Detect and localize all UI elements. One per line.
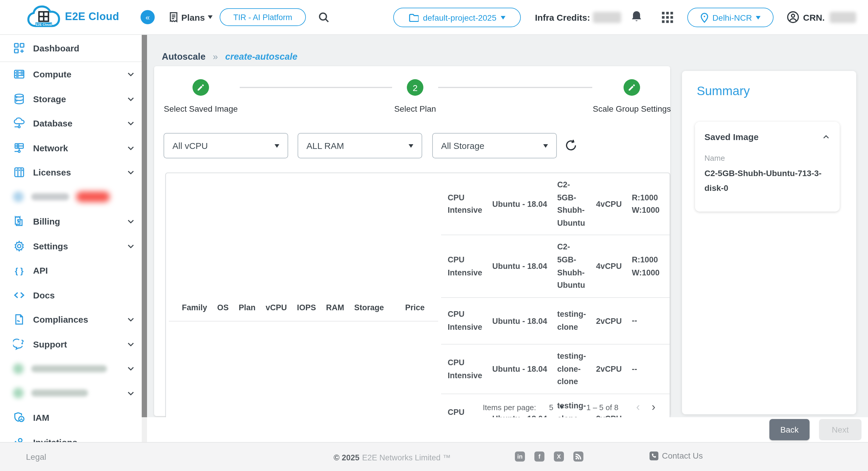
sidebar-item-compute[interactable]: Compute	[0, 62, 147, 87]
refresh-icon[interactable]	[564, 138, 578, 152]
app-root: E2E Cloud E2E Cloud « Plans TIR - AI Pla…	[0, 0, 868, 471]
column-header-ram: RAM	[319, 295, 348, 321]
sidebar-item-compliances[interactable]: Compliances	[0, 307, 147, 332]
collapse-glyph: «	[146, 13, 150, 22]
step-1-saved-image[interactable]	[192, 79, 209, 96]
sidebar-item-support[interactable]: Support	[0, 332, 147, 356]
redacted-label	[31, 365, 107, 372]
sidebar-item-redacted[interactable]	[0, 185, 147, 209]
saved-image-section-title: Saved Image	[705, 132, 758, 142]
apps-grid-icon[interactable]	[662, 12, 673, 23]
redacted-badge	[76, 192, 110, 202]
legal-link[interactable]: Legal	[26, 452, 46, 462]
account-icon[interactable]	[786, 11, 800, 24]
column-header-actions	[428, 295, 438, 321]
sidebar-item-label: Compliances	[33, 315, 88, 325]
storage-filter-select[interactable]: All Storage	[432, 133, 557, 158]
breadcrumb-separator: »	[213, 51, 218, 61]
plan-cell: testing-clone-clone	[551, 345, 590, 394]
sidebar-item-redacted[interactable]	[0, 381, 147, 405]
sidebar-item-redacted[interactable]	[0, 356, 147, 381]
project-selector[interactable]: default-project-2025	[393, 8, 521, 27]
chevron-down-icon	[126, 242, 135, 251]
network-icon	[13, 142, 25, 154]
x-twitter-icon[interactable]: X	[554, 451, 564, 462]
sidebar-item-storage[interactable]: Storage	[0, 87, 147, 111]
step-connector	[240, 87, 392, 88]
region-caret-icon	[756, 16, 761, 19]
sidebar-item-settings[interactable]: Settings	[0, 234, 147, 258]
vcpu-cell: 2vCPU	[590, 298, 625, 345]
sidebar-scrollbar[interactable]	[142, 35, 147, 442]
sidebar-item-dashboard[interactable]: Dashboard	[0, 35, 147, 61]
notifications-bell-icon[interactable]	[631, 10, 643, 24]
redacted-label	[31, 194, 69, 201]
plans-menu[interactable]: Plans	[168, 11, 213, 23]
chevron-down-icon	[126, 340, 135, 349]
table-row: CPU Intensive Ubuntu - 18.04 testing-clo…	[441, 345, 670, 394]
ram-cell: 222 GB	[663, 298, 670, 345]
storage-icon	[13, 93, 25, 105]
name-label: Name	[705, 154, 830, 163]
project-name: default-project-2025	[423, 13, 496, 22]
billing-icon	[13, 215, 25, 228]
licenses-icon	[13, 166, 25, 179]
vcpu-filter-select[interactable]: All vCPU	[163, 133, 288, 158]
contact-us-link[interactable]: Contact Us	[650, 451, 703, 460]
sidebar-item-iam[interactable]: IAM	[0, 405, 147, 430]
e2e-cloud-logo-icon: E2E Cloud	[26, 4, 62, 31]
plan-cell: C2-5GB-Shubh-Ubuntu	[551, 235, 590, 298]
page-size-caret-icon[interactable]	[559, 405, 564, 409]
summary-title: Summary	[697, 84, 750, 98]
tir-label: TIR - AI Platform	[233, 13, 292, 22]
family-cell: CPU Intensive	[441, 173, 486, 235]
sidebar-scrollbar-thumb[interactable]	[142, 35, 147, 417]
page-size-value[interactable]: 5	[549, 403, 553, 412]
tir-ai-platform-button[interactable]: TIR - AI Platform	[220, 8, 306, 26]
column-header-family: Family	[169, 295, 211, 321]
step-3-scale-group-settings[interactable]	[624, 79, 640, 96]
breadcrumb: Autoscale » create-autoscale	[162, 51, 297, 62]
select-caret-icon	[543, 144, 548, 147]
column-header-price: Price	[388, 295, 428, 321]
sidebar-item-invitations[interactable]: Invitations	[0, 430, 147, 442]
sidebar-item-licenses[interactable]: Licenses	[0, 160, 147, 185]
next-button[interactable]: Next	[819, 419, 862, 440]
sidebar-item-database[interactable]: Database	[0, 111, 147, 136]
column-header-iops: IOPS	[290, 295, 320, 321]
sidebar-item-label: Support	[33, 339, 67, 349]
iam-shield-icon	[13, 412, 25, 424]
step-2-label: Select Plan	[394, 104, 436, 114]
ram-filter-value: ALL RAM	[306, 141, 344, 151]
sidebar-item-label: Dashboard	[33, 43, 80, 53]
back-button[interactable]: Back	[769, 419, 810, 440]
os-cell: Ubuntu - 18.04	[486, 235, 551, 298]
search-icon[interactable]	[318, 11, 330, 24]
facebook-icon[interactable]: f	[534, 451, 545, 462]
database-icon	[13, 117, 25, 130]
project-caret-icon	[501, 16, 505, 19]
chevron-down-icon	[126, 217, 135, 226]
ram-filter-select[interactable]: ALL RAM	[298, 133, 422, 158]
previous-page-icon[interactable]: ‹	[636, 401, 640, 414]
page-range-text: 1 – 5 of 8	[586, 403, 618, 412]
column-header-os: OS	[211, 295, 232, 321]
vcpu-cell: 2vCPU	[590, 345, 625, 394]
sidebar-item-label: Invitations	[33, 437, 78, 442]
sidebar-item-network[interactable]: Network	[0, 136, 147, 160]
sidebar-collapse-button[interactable]: «	[141, 10, 155, 24]
region-selector[interactable]: Delhi-NCR	[687, 8, 774, 27]
sidebar-item-api[interactable]: { } API	[0, 258, 147, 283]
breadcrumb-section[interactable]: Autoscale	[162, 51, 206, 61]
contact-us-label: Contact Us	[662, 451, 703, 460]
sidebar-item-billing[interactable]: Billing	[0, 209, 147, 234]
company-name-link[interactable]: E2E Networks Limited ™	[362, 453, 451, 462]
sidebar-item-docs[interactable]: Docs	[0, 283, 147, 307]
family-cell: CPU Intensive	[441, 235, 486, 298]
chevron-up-icon[interactable]	[822, 133, 830, 141]
linkedin-icon[interactable]: in	[515, 451, 525, 462]
step-2-select-plan[interactable]: 2	[407, 79, 423, 96]
next-page-icon[interactable]: ›	[652, 401, 655, 414]
rss-icon[interactable]	[574, 451, 583, 462]
phone-icon	[650, 451, 658, 460]
